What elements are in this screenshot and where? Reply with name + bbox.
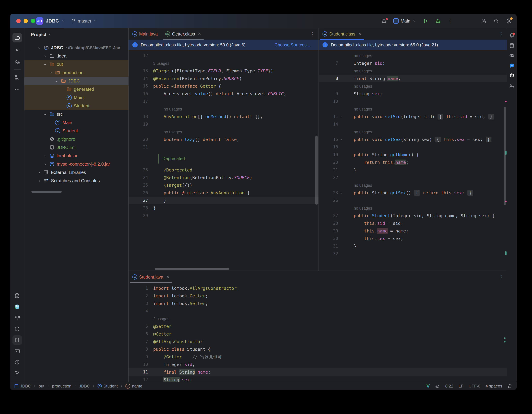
tab-main-java[interactable]: CMain.java — [129, 28, 162, 40]
code-line[interactable]: 17 — [129, 97, 319, 105]
tree-item-scratches-and-consoles[interactable]: Scratches and Consoles — [24, 177, 128, 185]
fold-chevron-icon[interactable] — [340, 138, 343, 141]
editor-tab-options-button[interactable]: ⋮ — [310, 31, 315, 37]
code-line[interactable]: 23 public String getSex() { return this.… — [319, 189, 507, 197]
code-line[interactable]: 16 AccessLevel value() default AccessLev… — [129, 90, 319, 97]
code-line[interactable]: 22 — [319, 174, 507, 181]
chevron-right-icon[interactable] — [43, 154, 47, 158]
usages-inlay-hint[interactable]: no usages — [354, 69, 372, 73]
close-tab-icon[interactable]: ✕ — [198, 31, 201, 36]
inlay-hint-row[interactable]: 2 usages — [129, 315, 507, 322]
chevron-right-icon[interactable] — [38, 170, 41, 174]
tree-item-jdbc-iml[interactable]: JDBC.iml — [24, 143, 128, 151]
run-button[interactable] — [422, 18, 429, 24]
tree-item-src[interactable]: src — [24, 110, 128, 118]
code-line[interactable]: 14 — [319, 120, 507, 128]
inlay-hint-row[interactable]: no usages — [319, 181, 507, 189]
status-ai-status-widget[interactable] — [435, 384, 440, 389]
code-line[interactable]: 26 — [319, 197, 507, 204]
chevron-down-icon[interactable] — [48, 33, 52, 37]
code-line[interactable]: 4 — [129, 307, 507, 315]
tool-window-structure-button[interactable] — [12, 73, 22, 82]
usages-inlay-hint[interactable]: no usages — [164, 130, 182, 134]
chevron-down-icon[interactable] — [49, 71, 53, 75]
code-line[interactable]: 32 — [319, 250, 507, 258]
choose-sources-link[interactable]: Choose Sources... — [275, 42, 315, 47]
close-tab-icon[interactable]: ✕ — [358, 31, 361, 36]
tool-window-commit-button[interactable] — [12, 45, 22, 55]
code-line[interactable]: 25 @Target({}) — [129, 181, 319, 189]
tool-window-problems-button[interactable] — [12, 358, 22, 367]
tree-item-out[interactable]: out — [24, 60, 128, 68]
code-line[interactable]: 12 — [129, 52, 319, 59]
code-line[interactable]: 31 } — [319, 242, 507, 250]
usages-inlay-hint[interactable]: no usages — [354, 130, 372, 134]
code-line[interactable]: 10 — [319, 97, 507, 105]
chevron-right-icon[interactable] — [38, 179, 41, 183]
profiler-bug-disabled-icon[interactable]: ✕ — [381, 18, 387, 24]
code-line[interactable]: 20 return this.name; — [319, 159, 507, 166]
tree-item-external-libraries[interactable]: External Libraries — [24, 168, 128, 177]
code-line[interactable]: 14@Retention(RetentionPolicy.SOURCE) — [129, 75, 319, 82]
tree-item-generated[interactable]: generated — [24, 85, 128, 93]
code-line[interactable]: 8 final String name; — [319, 75, 507, 82]
code-line[interactable]: 13@Target({ElementType.FIELD, ElementTyp… — [129, 67, 319, 75]
breadcrumb-item-out[interactable]: out — [39, 384, 44, 388]
tool-window-gopher-button[interactable] — [12, 302, 22, 311]
breadcrumb-item-name[interactable]: fname — [125, 384, 142, 388]
code-line[interactable]: 7@AllArgsConstructor — [129, 338, 507, 345]
code-line[interactable]: 18 — [319, 143, 507, 151]
tree-item--gitignore[interactable]: .gitignore — [24, 135, 128, 143]
breadcrumb-item-jdbc[interactable]: JDBC — [79, 384, 90, 388]
tool-window-database-button[interactable] — [508, 41, 516, 50]
usages-inlay-hint[interactable]: no usages — [354, 54, 372, 58]
code-line[interactable]: 26 public @interface AnyAnnotation { — [129, 189, 319, 197]
inlay-hint-row[interactable]: no usages — [319, 67, 507, 75]
tree-item-production[interactable]: production — [24, 68, 128, 77]
code-line[interactable]: 24 @Retention(RetentionPolicy.SOURCE) — [129, 174, 319, 181]
tree-item-student[interactable]: CStudent — [24, 127, 128, 135]
code-line[interactable]: 3import lombok.Setter; — [129, 300, 507, 307]
code-line[interactable]: 19 public String getName() { — [319, 151, 507, 159]
editor-vertical-scrollbar[interactable] — [315, 136, 318, 205]
v-plugin-icon[interactable]: V — [427, 384, 430, 389]
tool-window-notifications-button[interactable] — [508, 31, 516, 40]
tool-window-build-button[interactable] — [12, 313, 22, 322]
code-line[interactable]: 20 boolean lazy() default false; — [129, 136, 319, 143]
usages-inlay-hint[interactable]: 2 usages — [153, 317, 169, 321]
code-line[interactable]: 21 } — [319, 166, 507, 174]
inlay-hint-row[interactable]: 3 usages — [129, 59, 319, 67]
project-name-menu[interactable]: JDBC — [46, 18, 59, 24]
settings-button[interactable] — [506, 18, 512, 24]
code-line[interactable]: 9 @Getter // 写这儿也可 — [129, 353, 507, 361]
code-line[interactable]: 28 this.sid = sid; — [319, 219, 507, 227]
chevron-down-icon[interactable] — [43, 62, 47, 66]
code-line[interactable]: 11 public void setSid(Integer sid) { thi… — [319, 113, 507, 120]
chevron-down-icon[interactable] — [55, 79, 58, 83]
status-8-22[interactable]: 8:22 — [445, 384, 453, 388]
code-line[interactable]: 15public @interface Getter { — [129, 82, 319, 90]
code-line[interactable]: 12 String sex; — [129, 376, 507, 382]
inlay-hint-row[interactable]: no usages — [319, 82, 507, 90]
code-line[interactable]: 30 this.sex = sex; — [319, 235, 507, 242]
tree-item-student[interactable]: CStudent — [24, 102, 128, 110]
code-line[interactable]: 1import lombok.AllArgsConstructor; — [129, 284, 507, 292]
code-line[interactable]: 27 public Student(Integer sid, String na… — [319, 212, 507, 219]
code-area[interactable]: 1import lombok.AllArgsConstructor;2impor… — [129, 283, 507, 382]
status-unlock-widget[interactable] — [507, 384, 512, 388]
tool-window-openai-button[interactable] — [508, 72, 516, 80]
editor-tab-options-button[interactable]: ⋮ — [499, 31, 504, 37]
more-actions-button[interactable]: ⋮ — [447, 19, 453, 23]
status-utf-8[interactable]: UTF-8 — [469, 384, 480, 388]
search-everywhere-button[interactable] — [493, 18, 499, 24]
code-line[interactable]: 7 Integer sid; — [319, 59, 507, 67]
tree-item-main[interactable]: CMain — [24, 93, 128, 102]
tool-window-contacts-button[interactable] — [508, 82, 516, 90]
inlay-hint-row[interactable]: no usages — [319, 52, 507, 59]
code-line[interactable]: 8public class Student { — [129, 345, 507, 353]
chevron-down-icon[interactable] — [43, 112, 47, 116]
code-area[interactable]: 123 usages13@Target({ElementType.FIELD, … — [129, 50, 319, 271]
chevron-down-icon[interactable] — [38, 46, 41, 49]
inlay-hint-row[interactable]: no usages — [319, 128, 507, 136]
inlay-hint-row[interactable]: no usages — [319, 105, 507, 113]
